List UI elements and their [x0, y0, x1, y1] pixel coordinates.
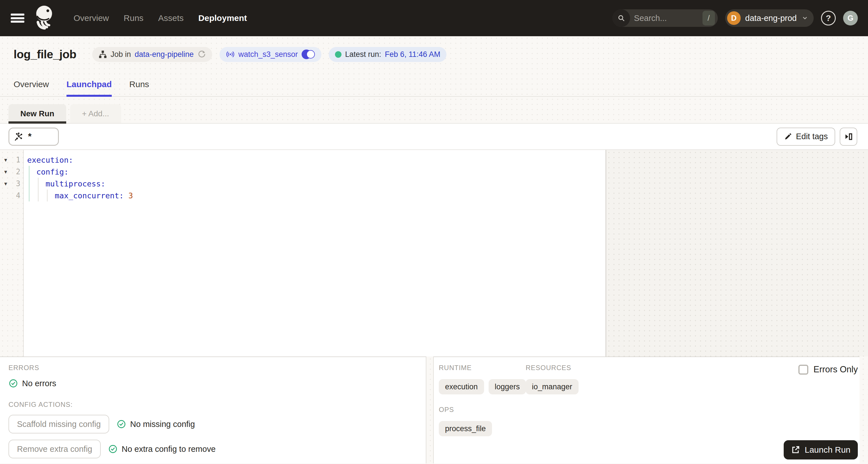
- nav-item-deployment[interactable]: Deployment: [198, 13, 247, 23]
- deployment-switcher[interactable]: D data-eng-prod: [725, 9, 814, 27]
- op-selector-value: *: [28, 131, 31, 142]
- help-glyph: ?: [826, 13, 831, 23]
- remove-extra-config-button[interactable]: Remove extra config: [8, 440, 101, 458]
- errors-only-checkbox[interactable]: [798, 365, 808, 375]
- op-selector-input[interactable]: *: [8, 128, 59, 146]
- resources-column: RESOURCES io_manager: [526, 364, 579, 394]
- latest-run-badge: Latest run: Feb 6, 11:46 AM: [329, 47, 447, 62]
- nav-item-runs[interactable]: Runs: [124, 13, 144, 23]
- add-config-tab-button[interactable]: + Add...: [70, 104, 121, 123]
- yaml-value: 3: [128, 191, 133, 200]
- scaffold-action-row: Scaffold missing config No missing confi…: [8, 415, 417, 433]
- tag-process-file[interactable]: process_file: [439, 421, 492, 436]
- dagster-logo[interactable]: [33, 5, 58, 31]
- runtime-tags: execution loggers: [439, 379, 526, 394]
- yaml-key: config:: [27, 167, 68, 176]
- fold-arrow-icon[interactable]: ▾: [0, 156, 11, 163]
- errors-section-label: ERRORS: [8, 364, 417, 372]
- tag-execution[interactable]: execution: [439, 379, 484, 394]
- check-circle-icon: [108, 444, 118, 454]
- op-graph-icon: [14, 132, 24, 142]
- workspace-icon: [98, 50, 107, 59]
- fold-arrow-icon[interactable]: ▾: [0, 168, 11, 175]
- errors-only-control[interactable]: Errors Only: [798, 364, 858, 375]
- job-tabs: Overview Launchpad Runs: [0, 72, 868, 97]
- op-graph-panel[interactable]: [606, 150, 868, 357]
- open-right-panel-button[interactable]: [840, 128, 857, 146]
- tab-launchpad[interactable]: Launchpad: [66, 72, 112, 96]
- sensor-icon: [226, 50, 235, 59]
- indent-guide: [47, 190, 48, 202]
- sensor-badge: watch_s3_sensor: [220, 47, 321, 62]
- no-errors-status: No errors: [8, 378, 417, 388]
- job-badges: Job in data-eng-pipeline watch_s3_sensor…: [92, 47, 447, 62]
- editor-gutter: ▾1 ▾2 ▾3 4: [0, 150, 24, 357]
- chevron-down-icon: [801, 14, 809, 22]
- help-icon[interactable]: ?: [821, 11, 836, 26]
- add-tab-label: + Add...: [82, 109, 109, 118]
- config-editor[interactable]: ▾1 ▾2 ▾3 4 execution: config: multiproce…: [0, 150, 606, 357]
- yaml-key: execution:: [27, 156, 73, 164]
- nav-item-overview[interactable]: Overview: [73, 13, 109, 23]
- tag-io-manager[interactable]: io_manager: [526, 379, 579, 394]
- ops-label: OPS: [439, 406, 853, 414]
- repo-link[interactable]: data-eng-pipeline: [135, 50, 194, 59]
- edit-tags-button[interactable]: Edit tags: [777, 128, 835, 146]
- line-number: 3: [11, 179, 23, 188]
- run-status-dot: [335, 51, 341, 58]
- bottom-panels: ERRORS No errors CONFIG ACTIONS: Scaffol…: [0, 357, 868, 463]
- tab-runs[interactable]: Runs: [129, 72, 149, 96]
- active-tab-underline: [66, 95, 112, 97]
- deployment-name: data-eng-prod: [745, 13, 797, 23]
- indent-guide: [38, 178, 38, 202]
- avatar-initial: G: [847, 14, 853, 23]
- scaffold-missing-config-button[interactable]: Scaffold missing config: [8, 415, 109, 433]
- resources-label: RESOURCES: [526, 364, 579, 372]
- runtime-label: RUNTIME: [439, 364, 526, 372]
- tab-label: Runs: [129, 80, 149, 89]
- active-config-tab-bar: [8, 121, 66, 124]
- search-input[interactable]: [630, 13, 703, 23]
- code-line: config:: [27, 166, 606, 178]
- nav-right-cluster: / D data-eng-prod ? G: [613, 9, 858, 27]
- toolbar-right-group: Edit tags: [777, 128, 857, 146]
- avatar[interactable]: G: [843, 11, 858, 26]
- reload-icon[interactable]: [197, 50, 206, 59]
- hamburger-menu-icon[interactable]: [10, 12, 25, 24]
- yaml-key: max_concurrent:: [27, 191, 128, 200]
- edit-tags-label: Edit tags: [796, 132, 828, 141]
- editor-region: ▾1 ▾2 ▾3 4 execution: config: multiproce…: [0, 150, 868, 357]
- panel-gap: [426, 357, 433, 463]
- launchpad-toolbar: * Edit tags: [0, 123, 868, 150]
- line-number: 4: [11, 191, 23, 200]
- latest-run-link[interactable]: Feb 6, 11:46 AM: [385, 50, 440, 59]
- config-sections-panel: RUNTIME execution loggers RESOURCES io_m…: [433, 357, 860, 463]
- config-actions-label: CONFIG ACTIONS:: [8, 401, 417, 408]
- yaml-key: multiprocess:: [27, 179, 105, 188]
- launch-run-button[interactable]: Launch Run: [784, 440, 858, 460]
- tab-overview[interactable]: Overview: [13, 72, 49, 96]
- scaffold-status: No missing config: [117, 419, 195, 429]
- tab-label: Overview: [13, 80, 49, 89]
- sensor-toggle[interactable]: [302, 50, 315, 59]
- pencil-icon: [784, 133, 792, 141]
- config-tab-new-run[interactable]: New Run: [8, 104, 66, 123]
- runtime-column: RUNTIME execution loggers: [439, 364, 526, 394]
- check-circle-icon: [8, 378, 18, 388]
- sensor-link[interactable]: watch_s3_sensor: [239, 50, 298, 59]
- check-circle-icon: [117, 419, 126, 429]
- ops-block: OPS process_file: [439, 406, 853, 436]
- tag-loggers[interactable]: loggers: [489, 379, 526, 394]
- editor-code-area[interactable]: execution: config: multiprocess: max_con…: [24, 150, 606, 357]
- deployment-badge: D: [727, 11, 741, 25]
- config-tab-label: New Run: [20, 109, 54, 118]
- nav-item-assets[interactable]: Assets: [158, 13, 184, 23]
- search-shortcut-badge: /: [703, 11, 715, 26]
- launch-run-label: Launch Run: [805, 445, 850, 455]
- fold-arrow-icon[interactable]: ▾: [0, 180, 11, 187]
- scaffold-status-text: No missing config: [130, 420, 195, 429]
- search-box[interactable]: /: [613, 9, 718, 27]
- job-header: log_file_job Job in data-eng-pipeline w: [0, 36, 868, 72]
- top-nav: Overview Runs Assets Deployment / D data…: [0, 0, 868, 36]
- code-line: execution:: [27, 154, 606, 166]
